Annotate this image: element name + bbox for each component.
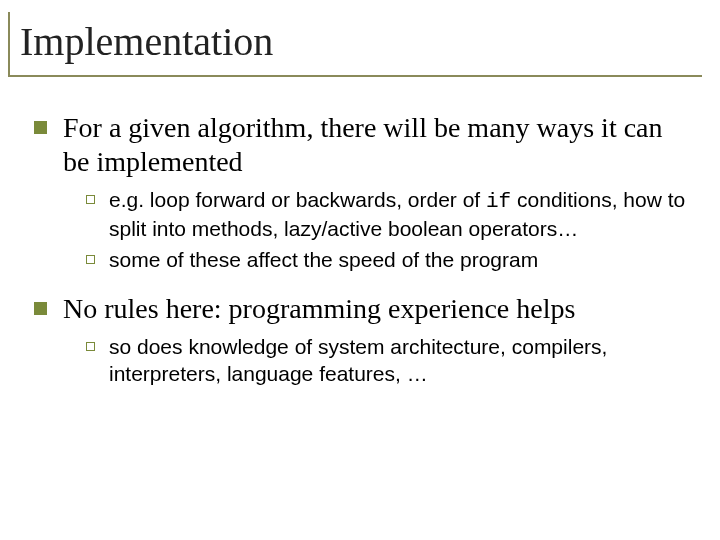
slide: Implementation For a given algorithm, th… (0, 0, 720, 540)
bullet-level2: some of these affect the speed of the pr… (86, 247, 690, 274)
hollow-square-bullet-icon (86, 342, 95, 351)
subbullet-text: e.g. loop forward or backwards, order of… (109, 187, 690, 243)
bullet-level1: For a given algorithm, there will be man… (34, 111, 690, 179)
slide-title: Implementation (20, 18, 702, 65)
bullet-text: For a given algorithm, there will be man… (63, 111, 690, 179)
subbullet-group: so does knowledge of system architecture… (34, 334, 690, 388)
bullet-text: No rules here: programming experience he… (63, 292, 575, 326)
square-bullet-icon (34, 121, 47, 134)
slide-content: For a given algorithm, there will be man… (6, 111, 702, 388)
subbullet-group: e.g. loop forward or backwards, order of… (34, 187, 690, 274)
subbullet-text: some of these affect the speed of the pr… (109, 247, 538, 274)
title-container: Implementation (8, 12, 702, 77)
hollow-square-bullet-icon (86, 255, 95, 264)
bullet-level2: e.g. loop forward or backwards, order of… (86, 187, 690, 243)
bullet-level2: so does knowledge of system architecture… (86, 334, 690, 388)
subbullet-text: so does knowledge of system architecture… (109, 334, 690, 388)
square-bullet-icon (34, 302, 47, 315)
hollow-square-bullet-icon (86, 195, 95, 204)
bullet-level1: No rules here: programming experience he… (34, 292, 690, 326)
